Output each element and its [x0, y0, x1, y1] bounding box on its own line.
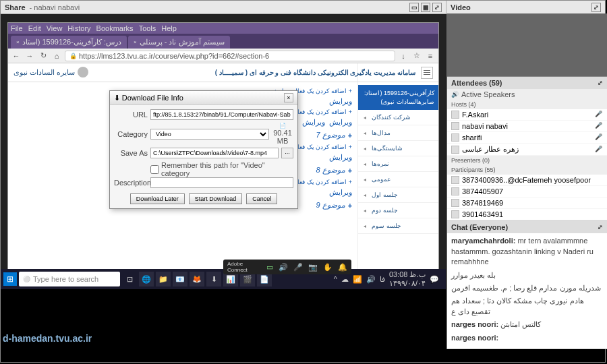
taskbar-search[interactable]: ⚪ Type here to search [19, 272, 120, 286]
nav-badges[interactable]: مدال‌ها [358, 125, 438, 141]
start-button[interactable]: ⊞ [3, 272, 17, 286]
nav-session3[interactable]: جلسه سوم [358, 218, 438, 234]
expand-icon[interactable]: ⤢ [598, 80, 603, 86]
menu-history[interactable]: History [67, 24, 90, 32]
browse-button[interactable]: ... [281, 148, 293, 158]
nav-session1[interactable]: جلسه اول [358, 187, 438, 203]
app-icon[interactable]: 📧 [173, 272, 187, 286]
start-download-button[interactable]: Start Download [189, 193, 243, 204]
app-icon[interactable]: 📁 [156, 272, 171, 286]
expand-icon[interactable]: ⤢ [598, 224, 603, 231]
share-opt-icon[interactable]: ▭ [409, 3, 419, 12]
watermark: d-hamedan.tvu.ac.ir [3, 333, 92, 344]
app-icon[interactable]: 🌐 [139, 272, 154, 286]
hamburger-icon[interactable] [421, 67, 433, 79]
share-presenter: - nabavi nabavi [30, 3, 80, 11]
tab-1[interactable]: ×درس: کارآفرینی-1599126 (استاد [11, 36, 127, 49]
clock[interactable]: 03:08 ب.ظ١٣٩٩/٠٨/٠۴ [389, 270, 426, 288]
adobe-connect-bar[interactable]: Adobe Connect ▭ 🔊 🎤 📷 ✋ 🔔 [223, 260, 351, 274]
attendee-row[interactable]: 3873400936..@dcFatemeh yoosefpoor [447, 175, 607, 186]
attendee-row[interactable]: 3874405907 [447, 186, 607, 198]
avatar [78, 67, 88, 78]
attendee-row[interactable]: 3874819469 [447, 198, 607, 209]
nav-participants[interactable]: شرکت کنندگان [358, 110, 438, 125]
nav-competencies[interactable]: شایستگی‌ها [358, 141, 438, 156]
url-input[interactable] [150, 109, 293, 120]
close-icon[interactable]: × [134, 39, 137, 45]
remember-checkbox[interactable] [150, 165, 159, 174]
menu-tools[interactable]: Tools [139, 24, 156, 32]
mic-muted-icon: 🎤 [595, 122, 603, 130]
hosts-header[interactable]: Hosts (4) [447, 100, 607, 109]
menu-help[interactable]: Help [161, 24, 177, 32]
download-icon[interactable]: ↓ [398, 51, 409, 61]
chat-header[interactable]: Chat (Everyone)⤢ [447, 221, 607, 233]
dialog-titlebar[interactable]: ⬇ Download File Info × [110, 91, 297, 105]
video-expand-icon[interactable]: ⤢ [591, 3, 601, 12]
user-chip[interactable]: سایره السادات نبوی [13, 67, 88, 78]
menu-bookmarks[interactable]: Bookmarks [96, 24, 134, 32]
edit-link[interactable]: ویرایش [329, 188, 352, 197]
edit-link[interactable]: ویرایش [329, 97, 352, 106]
bell-icon[interactable]: 🔔 [338, 263, 347, 272]
notification-icon[interactable]: 💬 [430, 275, 439, 284]
menu-edit[interactable]: Edit [28, 24, 41, 32]
bookmark-icon[interactable]: ☆ [411, 51, 422, 61]
volume-icon[interactable]: 🔊 [366, 275, 376, 284]
url-input[interactable]: 🔒https://lms123.tvu.ac.ir/course/view.ph… [65, 51, 395, 61]
back-icon[interactable]: ← [11, 51, 22, 61]
menu-file[interactable]: File [11, 24, 23, 32]
attendee-row[interactable]: nabavi nabavi🎤 [447, 121, 607, 132]
active-speakers[interactable]: 🔊 Active Speakers [447, 89, 607, 100]
lock-icon: 🔒 [69, 53, 77, 59]
speaker-icon[interactable]: 🔊 [279, 263, 288, 272]
share-expand-icon[interactable]: ⤢ [432, 3, 442, 12]
mic-icon[interactable]: 🎤 [293, 263, 303, 272]
onedrive-icon[interactable]: ☁ [341, 275, 349, 284]
share-opt2-icon[interactable]: ▦ [421, 3, 430, 12]
cam-icon[interactable]: 📷 [308, 263, 318, 272]
download-later-button[interactable]: Download Later [130, 193, 185, 204]
chat-messages: maryamchahrdoli: mr tern avalammmne hast… [447, 233, 607, 348]
participants-header[interactable]: Participants (55) [447, 165, 607, 175]
tray-icon[interactable]: ^ [334, 275, 337, 283]
edit-link[interactable]: ویرایش [329, 153, 352, 162]
category-select[interactable]: Video [150, 129, 269, 140]
attendee-row[interactable]: F.Askari🎤 [447, 109, 607, 121]
attendee-row[interactable]: sharifi🎤 [447, 132, 607, 144]
host-icon [451, 122, 459, 130]
video-pod [447, 13, 607, 77]
attendee-row[interactable]: زهره عطار عباسی🎤 [447, 144, 607, 156]
home-icon[interactable]: ⌂ [51, 51, 62, 61]
raise-hand-icon[interactable]: ✋ [323, 263, 333, 272]
presenters-header[interactable]: Presenters (0) [447, 156, 607, 165]
forward-icon[interactable]: → [24, 51, 35, 61]
close-icon[interactable]: × [16, 39, 20, 45]
reload-icon[interactable]: ↻ [38, 51, 49, 61]
video-label: Video [451, 3, 471, 11]
task-view-icon[interactable]: ⊡ [122, 272, 137, 286]
wifi-icon[interactable]: 📶 [353, 275, 362, 284]
menu-icon[interactable]: ≡ [425, 51, 436, 61]
host-icon [451, 133, 459, 142]
description-input[interactable] [150, 177, 293, 188]
close-icon[interactable]: × [284, 93, 293, 102]
saveas-input[interactable] [150, 148, 279, 158]
edit-link[interactable]: ویرایش [302, 118, 325, 127]
attendees-header[interactable]: Attendees (59)⤢ [447, 77, 607, 89]
cancel-button[interactable]: Cancel [246, 193, 277, 204]
nav-general[interactable]: عمومی [358, 172, 438, 187]
nav-session2[interactable]: جلسه دوم [358, 203, 438, 218]
edit-link[interactable]: ویرایش [329, 118, 352, 127]
app-icon[interactable]: 🦊 [190, 272, 204, 286]
nav-grades[interactable]: نمره‌ها [358, 156, 438, 172]
lang-icon[interactable]: فا [380, 275, 385, 284]
tab-2[interactable]: ×سیستم آموزش ناد - پرسنلی [128, 36, 230, 49]
screen-icon[interactable]: ▭ [266, 263, 273, 272]
attendee-row[interactable]: 3901463491 [447, 209, 607, 220]
app-icon[interactable]: ⬇ [206, 272, 221, 286]
browser-menubar[interactable]: File Edit View History Bookmarks Tools H… [8, 23, 438, 34]
course-title[interactable]: کارآفرینی-1599126 (استاد: صابرهالسادات ن… [358, 85, 438, 110]
participant-icon [451, 187, 459, 195]
menu-view[interactable]: View [47, 24, 63, 32]
